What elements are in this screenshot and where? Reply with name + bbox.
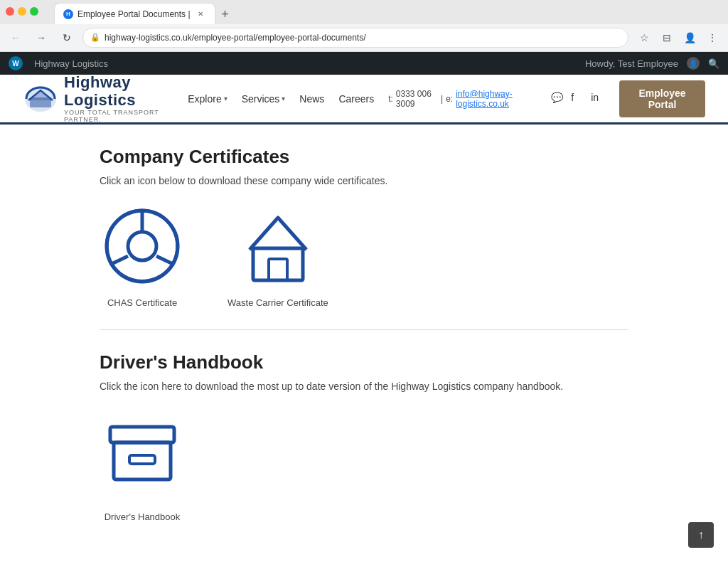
address-bar: ← → ↻ 🔒 highway-logistics.co.uk/employee… <box>0 23 728 51</box>
maximize-window-button[interactable] <box>30 7 38 16</box>
svg-line-5 <box>156 256 173 264</box>
section-divider <box>100 329 628 330</box>
employee-portal-button[interactable]: Employee Portal <box>619 80 705 117</box>
bookmark-icon[interactable]: ☆ <box>634 28 654 48</box>
svg-rect-10 <box>114 442 171 479</box>
drivers-handbook-item[interactable]: Driver's Handbook <box>100 409 185 522</box>
menu-icon[interactable]: ⋮ <box>702 28 722 48</box>
nav-services[interactable]: Services ▾ <box>242 93 286 105</box>
tab-close-button[interactable]: ✕ <box>195 9 206 20</box>
contact-email-link[interactable]: info@highway-logistics.co.uk <box>456 89 537 109</box>
account-icon[interactable]: 👤 <box>680 28 700 48</box>
close-window-button[interactable] <box>6 7 14 16</box>
tab-bar: H Employee Portal Documents | ✕ + <box>48 0 241 24</box>
waste-carrier-certificate-icon <box>235 203 321 289</box>
company-certificates-title: Company Certificates <box>100 146 628 168</box>
wp-user-avatar[interactable]: 👤 <box>687 57 700 70</box>
drivers-handbook-section: Driver's Handbook Click the icon here to… <box>100 351 628 522</box>
logo-icon <box>23 85 58 113</box>
nav-careers[interactable]: Careers <box>338 93 374 105</box>
chas-certificate-label: CHAS Certificate <box>107 297 177 308</box>
refresh-button[interactable]: ↻ <box>57 28 77 48</box>
svg-rect-8 <box>269 259 287 280</box>
company-certificates-description: Click an icon below to download these co… <box>100 175 628 186</box>
social-icons: 💬 f in <box>551 92 605 106</box>
svg-rect-9 <box>110 427 174 442</box>
explore-arrow-icon: ▾ <box>224 95 228 102</box>
svg-rect-11 <box>129 455 155 464</box>
wp-admin-right: Howdy, Test Employee 👤 🔍 <box>585 57 719 70</box>
phone-label: t: <box>388 94 393 104</box>
scroll-to-top-button[interactable]: ↑ <box>688 522 714 548</box>
phone-number: 0333 006 3009 <box>396 89 438 109</box>
svg-point-3 <box>128 232 156 260</box>
wp-admin-bar: W Highway Logistics Howdy, Test Employee… <box>0 52 728 75</box>
new-tab-button[interactable]: + <box>215 4 235 24</box>
minimize-window-button[interactable] <box>18 7 26 16</box>
extensions-icon[interactable]: ⊟ <box>657 28 677 48</box>
company-name: Highway Logistics <box>64 74 188 108</box>
drivers-handbook-title: Driver's Handbook <box>100 351 628 373</box>
company-certificates-section: Company Certificates Click an icon below… <box>100 146 628 308</box>
certificate-icons-row: CHAS Certificate Waste Carrier Certifica… <box>100 203 628 308</box>
site-header: Highway Logistics YOUR TOTAL TRANSPORT P… <box>0 75 728 124</box>
contact-info: t: 0333 006 3009 | e: info@highway-logis… <box>388 89 537 109</box>
browser-chrome: H Employee Portal Documents | ✕ + ← → ↻ … <box>0 0 728 52</box>
lock-icon: 🔒 <box>90 33 100 42</box>
facebook-icon[interactable]: f <box>571 92 585 106</box>
main-content: Company Certificates Click an icon below… <box>0 124 728 537</box>
chas-certificate-item[interactable]: CHAS Certificate <box>100 203 185 308</box>
wp-admin-left: W Highway Logistics <box>9 56 108 70</box>
active-tab[interactable]: H Employee Portal Documents | ✕ <box>54 3 215 24</box>
linkedin-icon[interactable]: in <box>591 92 605 106</box>
main-nav: Explore ▾ Services ▾ News Careers t: 033… <box>188 80 705 117</box>
svg-rect-1 <box>30 97 51 107</box>
nav-explore[interactable]: Explore ▾ <box>188 93 227 105</box>
email-separator: | <box>441 94 443 104</box>
wp-search-icon[interactable]: 🔍 <box>708 58 719 69</box>
tab-favicon: H <box>63 9 73 19</box>
wordpress-logo[interactable]: W <box>9 56 23 70</box>
services-arrow-icon: ▾ <box>282 95 285 102</box>
svg-rect-7 <box>253 248 303 280</box>
logo-area[interactable]: Highway Logistics YOUR TOTAL TRANSPORT P… <box>23 74 188 122</box>
email-label: e: <box>446 94 453 104</box>
wp-howdy-text: Howdy, Test Employee <box>585 58 678 69</box>
nav-news[interactable]: News <box>299 93 324 105</box>
wp-site-name[interactable]: Highway Logistics <box>34 58 108 69</box>
whatsapp-icon[interactable]: 💬 <box>551 92 565 106</box>
tab-title: Employee Portal Documents | <box>77 9 191 19</box>
drivers-handbook-label: Driver's Handbook <box>105 511 181 522</box>
chas-certificate-icon <box>100 203 185 289</box>
logo-text: Highway Logistics YOUR TOTAL TRANSPORT P… <box>64 74 188 122</box>
back-button[interactable]: ← <box>6 28 26 48</box>
window-controls <box>6 7 38 16</box>
logo-image: Highway Logistics YOUR TOTAL TRANSPORT P… <box>23 74 188 122</box>
toolbar-right: ☆ ⊟ 👤 ⋮ <box>634 28 722 48</box>
company-tagline: YOUR TOTAL TRANSPORT PARTNER. <box>64 109 188 123</box>
forward-button[interactable]: → <box>31 28 51 48</box>
waste-carrier-certificate-label: Waste Carrier Certificate <box>228 297 328 308</box>
waste-carrier-certificate-item[interactable]: Waste Carrier Certificate <box>228 203 328 308</box>
title-bar: H Employee Portal Documents | ✕ + <box>0 0 728 23</box>
url-text: highway-logistics.co.uk/employee-portal/… <box>105 33 366 43</box>
url-bar[interactable]: 🔒 highway-logistics.co.uk/employee-porta… <box>82 28 628 48</box>
svg-line-6 <box>112 256 128 264</box>
drivers-handbook-description: Click the icon here to download the most… <box>100 381 628 392</box>
drivers-handbook-icon <box>100 409 185 494</box>
